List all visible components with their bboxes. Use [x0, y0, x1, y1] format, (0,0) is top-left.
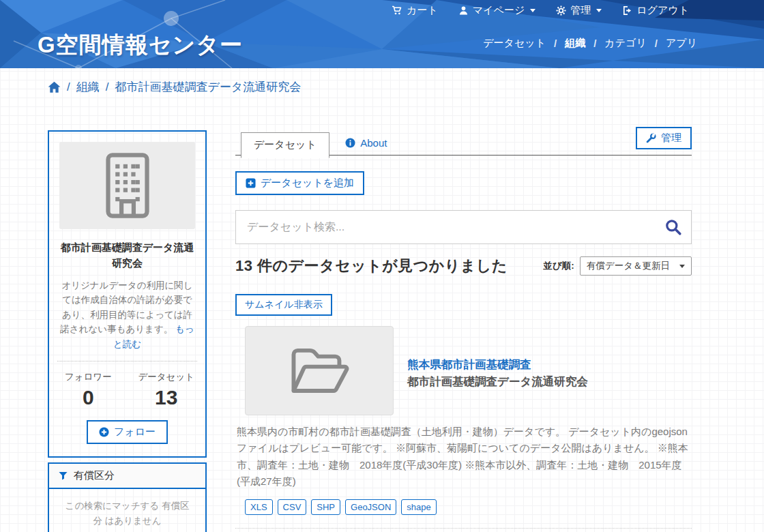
brand-row: G空間情報センター データセット / 組織 / カテゴリ / アプリ	[0, 20, 764, 68]
tab-bar: データセット About 管理	[235, 130, 692, 156]
nav-item-categories[interactable]: カテゴリ	[604, 37, 646, 50]
add-dataset-label: データセットを追加	[261, 177, 354, 190]
page: カート マイページ	[0, 0, 764, 532]
sidebar: 都市計画基礎調査データ流通研究会 オリジナルデータの利用に関しては作成自治体の許…	[48, 130, 207, 532]
organization-card: 都市計画基礎調査データ流通研究会 オリジナルデータの利用に関しては作成自治体の許…	[48, 130, 207, 458]
user-icon	[458, 5, 469, 16]
main-column: データセット About 管理	[235, 130, 692, 532]
search-icon	[664, 218, 682, 236]
filter-header-paid-category[interactable]: 有償区分	[49, 464, 205, 489]
nav-separator: /	[655, 38, 658, 49]
followers-count: 0	[49, 386, 128, 409]
manage-button[interactable]: 管理	[636, 127, 692, 149]
thumbnail-toggle-label: サムネイル非表示	[245, 299, 323, 311]
dataset-organization: 都市計画基礎調査データ流通研究会	[407, 374, 588, 389]
results-row: 13 件のデータセットが見つかりました 並び順: 有償データ＆更新日	[235, 256, 692, 276]
tab-datasets-label: データセット	[254, 138, 317, 151]
organization-stats: フォロワー 0 データセット 13	[49, 371, 205, 409]
follow-button-label: フォロー	[114, 426, 156, 439]
item-divider	[235, 528, 692, 529]
dataset-list-item: 熊本県都市計画基礎調査 都市計画基礎調査データ流通研究会 熊本県内の市町村の都市…	[235, 326, 692, 529]
tab-about[interactable]: About	[332, 131, 400, 156]
folder-icon	[286, 344, 352, 398]
wrench-icon	[646, 133, 656, 143]
filter-funnel-icon	[59, 471, 68, 480]
datasets-stat: データセット 13	[128, 371, 206, 409]
organization-thumbnail	[59, 142, 195, 229]
nav-separator: /	[554, 38, 557, 49]
nav-separator: /	[593, 38, 596, 49]
breadcrumb-current-org[interactable]: 都市計画基礎調査データ流通研究会	[115, 79, 301, 95]
cart-label: カート	[407, 4, 438, 17]
chevron-down-icon	[596, 9, 602, 12]
gear-icon	[556, 5, 566, 16]
plus-square-icon	[246, 178, 256, 188]
site-header: カート マイページ	[0, 0, 764, 68]
sort-selected-value: 有償データ＆更新日	[587, 260, 670, 272]
info-icon	[345, 138, 355, 148]
chevron-down-icon	[679, 265, 685, 268]
follow-button[interactable]: フォロー	[87, 420, 168, 444]
home-icon[interactable]	[48, 81, 61, 93]
sort-control: 並び順: 有償データ＆更新日	[544, 256, 692, 276]
building-icon	[103, 152, 152, 219]
search-button[interactable]	[664, 218, 682, 236]
dataset-search	[235, 210, 692, 244]
format-tag-xls[interactable]: XLS	[245, 499, 273, 515]
search-input[interactable]	[235, 210, 692, 244]
sort-label: 並び順:	[544, 260, 574, 272]
filter-empty-message: この検索にマッチする 有償区分 はありません	[49, 489, 205, 532]
site-logo[interactable]: G空間情報センター	[38, 30, 243, 61]
logout-label: ログアウト	[636, 4, 689, 17]
format-tag-shape[interactable]: shape	[401, 499, 436, 515]
divider	[57, 361, 197, 361]
organization-description-text: オリジナルデータの利用に関しては作成自治体の許諾が必要であり、利用目的等によって…	[60, 280, 192, 335]
tab-datasets[interactable]: データセット	[241, 132, 329, 158]
dataset-description: 熊本県内の市町村の都市計画基礎調査（土地利用・建物）データです。 データセット内…	[237, 424, 692, 490]
admin-menu-item[interactable]: 管理	[556, 4, 602, 17]
logout-menu-item[interactable]: ログアウト	[622, 4, 689, 17]
logout-icon	[622, 5, 632, 16]
mypage-menu-item[interactable]: マイページ	[458, 4, 535, 17]
content: 都市計画基礎調査データ流通研究会 オリジナルデータの利用に関しては作成自治体の許…	[48, 130, 692, 532]
admin-label: 管理	[570, 4, 591, 17]
datasets-label: データセット	[128, 371, 206, 383]
results-heading: 13 件のデータセットが見つかりました	[235, 256, 508, 276]
breadcrumb-organizations[interactable]: 組織	[76, 79, 100, 95]
followers-label: フォロワー	[49, 371, 128, 383]
nav-item-apps[interactable]: アプリ	[666, 37, 697, 50]
dataset-title-block: 熊本県都市計画基礎調査 都市計画基礎調査データ流通研究会	[407, 357, 588, 415]
thumbnail-toggle-button[interactable]: サムネイル非表示	[235, 294, 332, 316]
organization-description: オリジナルデータの利用に関しては作成自治体の許諾が必要であり、利用目的等によって…	[49, 278, 205, 352]
utility-nav: カート マイページ	[0, 0, 689, 20]
filter-title: 有償区分	[74, 469, 115, 482]
mypage-label: マイページ	[473, 4, 525, 17]
cart-icon	[392, 5, 402, 16]
plus-circle-icon	[99, 427, 109, 437]
manage-button-label: 管理	[661, 132, 681, 145]
format-tag-list: XLS CSV SHP GeoJSON shape	[245, 499, 692, 515]
breadcrumb: / 組織 / 都市計画基礎調査データ流通研究会	[48, 79, 764, 95]
tab-about-label: About	[360, 137, 387, 149]
format-tag-shp[interactable]: SHP	[311, 499, 340, 515]
sort-select[interactable]: 有償データ＆更新日	[580, 256, 692, 276]
datasets-count: 13	[128, 386, 206, 409]
format-tag-csv[interactable]: CSV	[278, 499, 307, 515]
breadcrumb-separator: /	[106, 80, 109, 94]
nav-item-organizations[interactable]: 組織	[565, 37, 585, 50]
format-tag-geojson[interactable]: GeoJSON	[345, 499, 396, 515]
cart-menu-item[interactable]: カート	[392, 4, 438, 17]
add-dataset-button[interactable]: データセットを追加	[235, 171, 364, 195]
nav-item-datasets[interactable]: データセット	[483, 37, 546, 50]
filter-section-paid-category: 有償区分 この検索にマッチする 有償区分 はありません	[48, 462, 207, 532]
primary-nav: データセット / 組織 / カテゴリ / アプリ	[483, 37, 697, 50]
dataset-thumbnail[interactable]	[245, 326, 394, 415]
breadcrumb-separator: /	[67, 80, 70, 94]
chevron-down-icon	[530, 9, 535, 12]
followers-stat: フォロワー 0	[49, 371, 128, 409]
dataset-title-link[interactable]: 熊本県都市計画基礎調査	[407, 357, 588, 372]
organization-name: 都市計画基礎調査データ流通研究会	[49, 239, 205, 271]
